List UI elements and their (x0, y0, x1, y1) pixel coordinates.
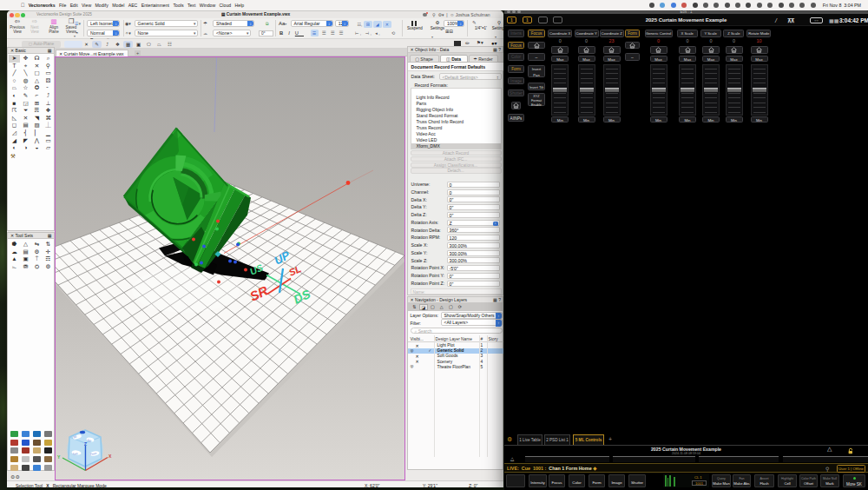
svg-text:Left: Left (72, 452, 77, 456)
